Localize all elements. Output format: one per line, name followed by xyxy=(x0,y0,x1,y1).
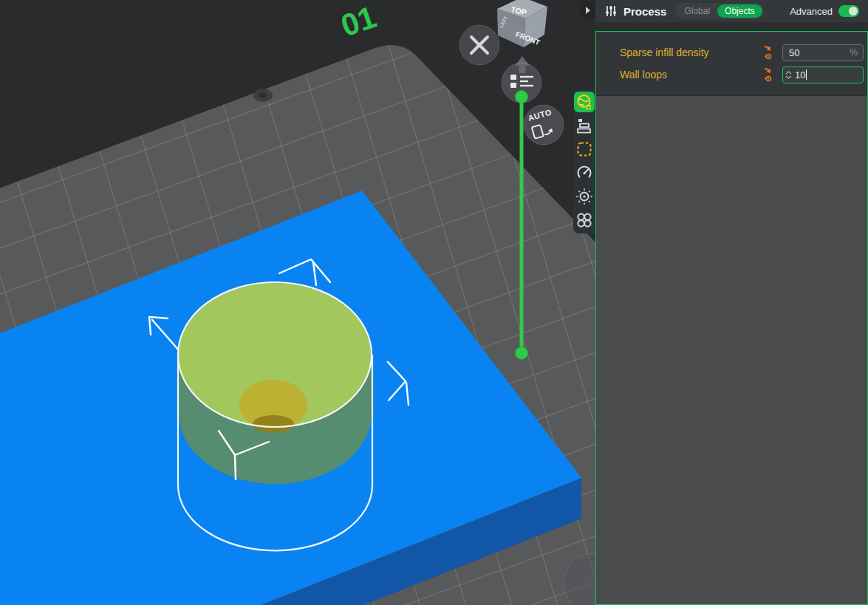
setting-row-sparse-infill: Sparse infill density 50 % xyxy=(596,41,867,64)
close-plate-button[interactable] xyxy=(459,25,499,65)
setting-label: Wall loops xyxy=(620,69,765,81)
toolbar-frame-button[interactable] xyxy=(574,139,595,160)
chevron-down-icon[interactable] xyxy=(785,75,792,79)
setting-row-wall-loops: Wall loops xyxy=(596,64,867,86)
slider-handle-top[interactable] xyxy=(516,91,528,103)
spinner-control[interactable] xyxy=(785,71,792,79)
object-settings-area: Sparse infill density 50 % xyxy=(595,31,868,605)
toolbar-others-button[interactable] xyxy=(574,210,595,230)
panel-header-gap xyxy=(595,22,868,31)
advanced-toggle[interactable] xyxy=(838,5,859,17)
scope-option-objects[interactable]: Objects xyxy=(717,4,762,18)
setting-label: Sparse infill density xyxy=(620,47,765,58)
toggle-knob xyxy=(849,7,858,16)
cone-hole-bottom xyxy=(253,415,294,433)
auto-orient-button[interactable]: AUTO xyxy=(524,105,564,145)
viewport-3d-scene: 01 TOP FRONT LEFT xyxy=(0,0,595,605)
input-value: 10 xyxy=(795,69,805,81)
advanced-label: Advanced xyxy=(790,6,833,17)
globe-icon xyxy=(574,92,595,112)
panel-collapse-button[interactable] xyxy=(581,1,595,19)
input-unit: % xyxy=(850,47,858,58)
process-panel: Process Global Objects Advanced Sparse i… xyxy=(595,0,868,605)
settings-group: Sparse infill density 50 % xyxy=(596,32,867,96)
scope-option-global[interactable]: Global xyxy=(677,4,717,18)
app-window: 01 TOP FRONT LEFT xyxy=(0,0,868,605)
viewport-3d[interactable]: 01 TOP FRONT LEFT xyxy=(0,0,595,605)
toolbar-speed-button[interactable] xyxy=(574,163,595,183)
chevron-right-icon xyxy=(584,6,592,15)
text-caret xyxy=(806,69,807,80)
layers-icon xyxy=(574,115,595,136)
clover-icon xyxy=(574,210,595,230)
wall-loops-input[interactable]: 10 xyxy=(782,66,864,83)
sliders-icon xyxy=(604,4,618,18)
reset-sync-icon[interactable] xyxy=(765,67,779,82)
process-panel-header: Process Global Objects Advanced xyxy=(595,0,868,22)
dashed-frame-icon xyxy=(574,139,595,160)
toolbar-globe-button[interactable] xyxy=(574,92,595,112)
slider-handle-bottom[interactable] xyxy=(516,347,528,360)
sparse-infill-density-input[interactable]: 50 % xyxy=(782,44,864,61)
object-params-toolbar xyxy=(573,89,595,233)
cylinder-object[interactable] xyxy=(179,283,372,485)
reset-sync-icon[interactable] xyxy=(765,45,779,60)
input-value: 50 xyxy=(789,47,799,58)
toolbar-layers-button[interactable] xyxy=(574,115,595,136)
gear-target-icon xyxy=(574,186,595,207)
toolbar-support-button[interactable] xyxy=(574,186,595,207)
chevron-up-icon[interactable] xyxy=(785,71,792,75)
speedometer-icon xyxy=(574,163,595,183)
scope-toggle: Global Objects xyxy=(675,3,763,19)
panel-title: Process xyxy=(623,5,666,18)
